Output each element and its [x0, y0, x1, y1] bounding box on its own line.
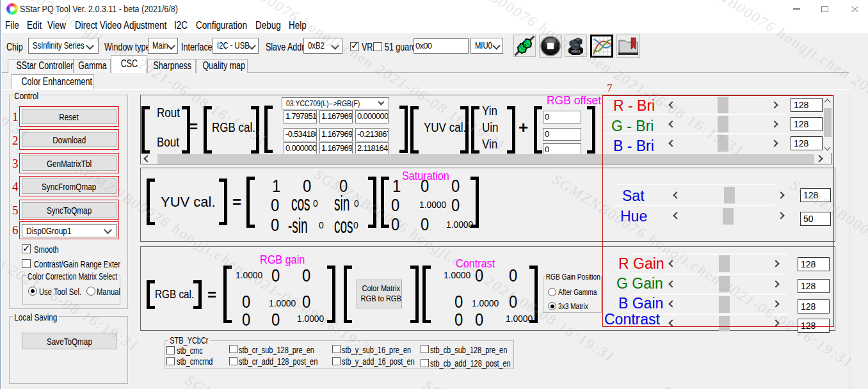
svg-text:REG: REG [571, 49, 580, 54]
